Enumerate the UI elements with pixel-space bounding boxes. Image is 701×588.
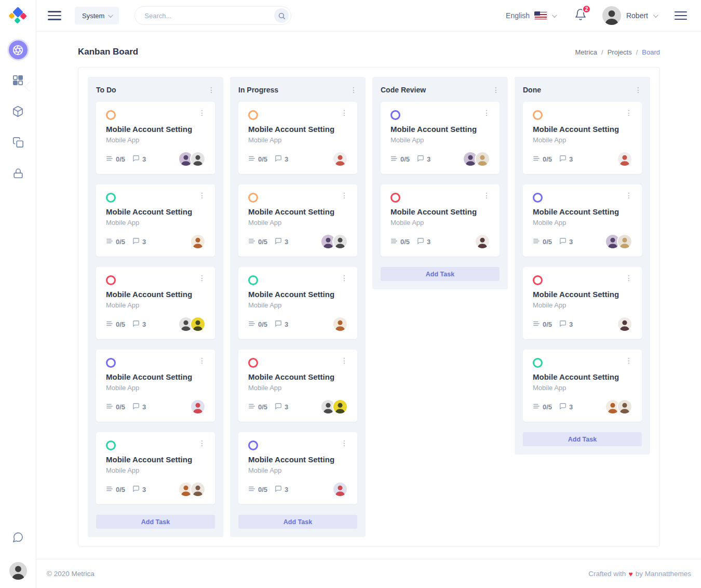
card-menu-icon[interactable]: ⋮ [625,193,632,198]
comments-icon [132,485,140,494]
card-menu-icon[interactable]: ⋮ [341,110,348,115]
checklist-icon [106,403,113,411]
task-card[interactable]: ⋮ Mobile Account Setting Mobile App 0/5 … [523,184,642,257]
card-subtitle: Mobile App [533,301,632,309]
checklist-count: 0/5 [543,238,552,246]
avatar [332,316,348,332]
card-menu-icon[interactable]: ⋮ [341,440,348,446]
kanban-board: To Do ⋮ ⋮ Mobile Account Setting Mobile … [78,67,660,547]
user-avatar [602,6,621,25]
card-menu-icon[interactable]: ⋮ [625,275,632,280]
language-selector[interactable]: English [506,11,556,20]
column-title: Done [523,86,541,94]
search-input[interactable] [144,12,274,20]
sidebar-user-avatar[interactable] [9,562,27,580]
column-menu-icon[interactable]: ⋮ [208,87,215,92]
sidebar-item-products[interactable] [7,101,30,124]
card-menu-icon[interactable]: ⋮ [198,275,206,280]
status-circle-icon [533,193,543,203]
card-menu-icon[interactable]: ⋮ [625,358,632,363]
avatar [190,316,206,332]
checklist-icon [248,485,255,494]
comments-count: 3 [142,403,146,411]
task-card[interactable]: ⋮ Mobile Account Setting Mobile App 0/5 … [523,102,642,174]
metrica-logo-icon [9,7,28,25]
search-button[interactable] [274,8,289,23]
task-card[interactable]: ⋮ Mobile Account Setting Mobile App 0/5 … [238,102,357,174]
card-menu-icon[interactable]: ⋮ [341,358,348,363]
card-subtitle: Mobile App [106,136,206,144]
task-card[interactable]: ⋮ Mobile Account Setting Mobile App 0/5 … [96,267,215,339]
comments-icon [559,403,567,411]
task-card[interactable]: ⋮ Mobile Account Setting Mobile App 0/5 … [96,432,215,504]
task-card[interactable]: ⋮ Mobile Account Setting Mobile App 0/5 … [238,267,357,339]
task-card[interactable]: ⋮ Mobile Account Setting Mobile App 0/5 … [96,102,215,174]
checklist-count: 0/5 [543,403,552,411]
avatar [332,399,348,415]
comments-count: 3 [427,238,430,246]
sidebar-item-pages[interactable] [7,132,30,155]
card-subtitle: Mobile App [390,219,490,226]
card-title: Mobile Account Setting [533,372,632,381]
checklist-count: 0/5 [116,403,125,411]
task-card[interactable]: ⋮ Mobile Account Setting Mobile App 0/5 … [96,350,215,422]
card-subtitle: Mobile App [533,384,632,392]
column-menu-icon[interactable]: ⋮ [635,87,642,92]
footer: © 2020 Metrica Crafted with ♥ by Mannatt… [36,559,701,588]
comments-icon [559,155,567,164]
card-menu-icon[interactable]: ⋮ [483,110,490,115]
app-logo[interactable] [0,0,36,32]
topbar: System English 2 Robert [36,0,701,32]
menu-toggle-icon[interactable] [48,11,61,20]
task-card[interactable]: ⋮ Mobile Account Setting Mobile App 0/5 … [381,102,500,174]
card-menu-icon[interactable]: ⋮ [198,110,206,115]
sidebar-item-authentication[interactable] [7,163,30,186]
column-menu-icon[interactable]: ⋮ [350,87,357,92]
task-card[interactable]: ⋮ Mobile Account Setting Mobile App 0/5 … [238,350,357,422]
user-menu[interactable]: Robert [602,6,657,25]
avatar [190,151,206,167]
card-title: Mobile Account Setting [248,455,348,464]
avatar [190,399,206,415]
task-card[interactable]: ⋮ Mobile Account Setting Mobile App 0/5 … [96,184,215,257]
column-menu-icon[interactable]: ⋮ [492,87,500,92]
column-title: In Progress [238,86,278,94]
task-card[interactable]: ⋮ Mobile Account Setting Mobile App 0/5 … [381,184,500,257]
card-title: Mobile Account Setting [533,125,632,133]
card-menu-icon[interactable]: ⋮ [483,193,490,198]
task-card[interactable]: ⋮ Mobile Account Setting Mobile App 0/5 … [238,432,357,504]
assignee-avatars [332,151,348,167]
comments-count: 3 [427,155,430,163]
box-icon [12,105,24,119]
breadcrumb-item[interactable]: Projects [608,48,632,56]
comments-icon [417,237,424,246]
task-card[interactable]: ⋮ Mobile Account Setting Mobile App 0/5 … [523,267,642,339]
assignee-avatars [178,316,206,332]
card-menu-icon[interactable]: ⋮ [341,275,348,280]
comments-icon [275,237,282,246]
breadcrumb-item[interactable]: Metrica [575,48,597,56]
status-circle-icon [390,110,400,120]
add-task-button[interactable]: Add Task [523,432,642,446]
notifications-button[interactable]: 2 [574,8,587,23]
task-card[interactable]: ⋮ Mobile Account Setting Mobile App 0/5 … [238,184,357,257]
sidebar-item-dashboard[interactable] [7,38,30,61]
add-task-button[interactable]: Add Task [96,515,215,529]
add-task-button[interactable]: Add Task [381,267,500,281]
settings-menu-icon[interactable] [675,11,687,20]
sidebar-item-apps[interactable] [7,70,30,92]
task-card[interactable]: ⋮ Mobile Account Setting Mobile App 0/5 … [523,350,642,422]
card-menu-icon[interactable]: ⋮ [341,193,348,198]
card-menu-icon[interactable]: ⋮ [198,193,206,198]
grid-icon [12,74,24,88]
user-name: Robert [626,11,648,20]
card-menu-icon[interactable]: ⋮ [198,358,206,363]
sidebar-item-chat[interactable] [7,527,30,550]
card-menu-icon[interactable]: ⋮ [625,110,632,115]
add-task-button[interactable]: Add Task [238,515,357,529]
system-dropdown[interactable]: System [75,7,119,24]
card-menu-icon[interactable]: ⋮ [198,440,206,446]
checklist-count: 0/5 [258,238,267,246]
card-subtitle: Mobile App [390,136,490,144]
checklist-icon [106,155,113,164]
